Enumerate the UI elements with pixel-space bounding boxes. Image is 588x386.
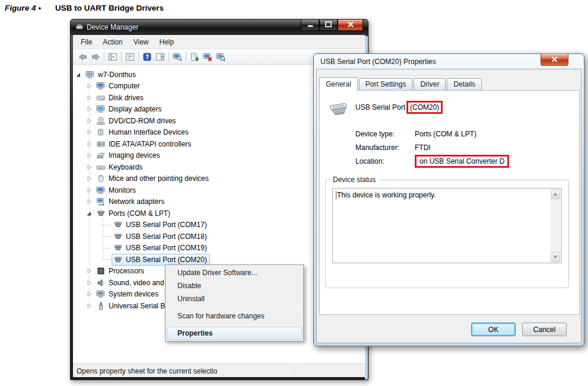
uninstall-icon: [203, 52, 212, 62]
tree-item-label: Ports (COM & LPT): [109, 209, 170, 218]
expander-collapsed-icon[interactable]: [86, 176, 92, 181]
tree-item-label: System devices: [109, 290, 158, 298]
expander-expanded-icon[interactable]: [75, 72, 81, 78]
dialog-close-button[interactable]: [541, 54, 568, 66]
toolbar-help-button[interactable]: ?: [141, 50, 154, 63]
device-status-label: Device status: [330, 176, 378, 184]
tree-item-label: Imaging devices: [109, 151, 160, 159]
expander-collapsed-icon[interactable]: [86, 118, 92, 124]
tree-item-label: Network adapters: [109, 197, 164, 206]
monitor-icon: [96, 186, 106, 195]
serial-port-icon: [113, 220, 123, 229]
computer-search-icon: [173, 52, 182, 62]
expander-collapsed-icon[interactable]: [86, 268, 92, 274]
device-manager-title: Device Manager: [87, 23, 138, 31]
expander-collapsed-icon[interactable]: [86, 83, 92, 89]
properties-pane-icon: [125, 52, 135, 62]
context-menu-item-uninstall[interactable]: Uninstall: [167, 292, 302, 305]
field-location: Location:on USB Serial Converter D: [355, 155, 509, 168]
menu-file[interactable]: File: [75, 36, 97, 49]
device-manager-titlebar[interactable]: Device Manager: [71, 20, 368, 35]
cancel-button[interactable]: Cancel: [522, 323, 567, 336]
tree-branch-connector: [103, 248, 111, 248]
dialog-title: USB Serial Port (COM20) Properties: [320, 58, 436, 66]
tree-item-label: Display adapters: [109, 105, 161, 113]
toolbar-scan-hardware-button[interactable]: [214, 50, 227, 63]
context-menu: Update Driver Software...DisableUninstal…: [165, 264, 304, 342]
forward-arrow-icon: [91, 52, 101, 62]
tab-general[interactable]: General: [319, 77, 358, 91]
toolbar-back-arrow-button[interactable]: [76, 50, 89, 63]
scroll-down-button[interactable]: [551, 252, 560, 262]
expander-collapsed-icon[interactable]: [86, 291, 92, 297]
help-icon: ?: [142, 52, 152, 62]
maximize-button[interactable]: [319, 20, 338, 31]
minimize-button[interactable]: [301, 20, 319, 31]
action-pane-icon: [155, 52, 165, 62]
properties-dialog: USB Serial Port (COM20) Properties Gener…: [313, 53, 584, 346]
expander-expanded-icon[interactable]: [86, 210, 92, 216]
tab-port-settings[interactable]: Port Settings: [359, 78, 413, 90]
annotation-box-location: on USB Serial Converter D: [415, 155, 509, 168]
ok-button[interactable]: OK: [471, 323, 516, 336]
expander-collapsed-icon[interactable]: [86, 152, 92, 158]
expander-collapsed-icon[interactable]: [86, 141, 92, 147]
tree-item-label: Keyboards: [109, 163, 142, 171]
tab-panel-general: USB Serial Port (COM20) Device type:Port…: [319, 90, 580, 315]
context-menu-item-scan-for-hardware-changes[interactable]: Scan for hardware changes: [167, 310, 302, 323]
expander-collapsed-icon[interactable]: [86, 129, 92, 135]
toolbar-update-driver-button[interactable]: [188, 50, 201, 63]
scan-hardware-icon: [216, 52, 225, 62]
serial-port-icon: [113, 255, 123, 264]
toolbar-separator: [169, 52, 169, 62]
toolbar-properties-pane-button[interactable]: [123, 50, 136, 63]
menu-view[interactable]: View: [128, 36, 154, 49]
expander-collapsed-icon[interactable]: [86, 106, 92, 112]
context-menu-item-update-driver-software[interactable]: Update Driver Software...: [167, 266, 302, 279]
tab-details[interactable]: Details: [447, 78, 482, 90]
toolbar-console-tree-button[interactable]: [106, 50, 119, 63]
expander-collapsed-icon[interactable]: [86, 95, 92, 101]
toolbar-computer-search-button[interactable]: [171, 50, 184, 63]
context-menu-item-disable[interactable]: Disable: [167, 279, 302, 292]
tree-item-label: IDE ATA/ATAPI controllers: [109, 140, 191, 148]
device-manager-icon: [75, 23, 84, 31]
menu-help[interactable]: Help: [154, 36, 180, 49]
disk-drive-icon: [96, 93, 106, 103]
dialog-tabs: GeneralPort SettingsDriverDetails: [319, 76, 483, 90]
dm-menu-bar: FileActionViewHelp: [73, 35, 365, 49]
close-icon: [347, 21, 354, 29]
tree-item-label: USB Serial Port (COM18): [126, 232, 207, 241]
device-status-text: This device is working properly.: [336, 191, 436, 199]
context-menu-separator: [174, 324, 301, 325]
toolbar-uninstall-button[interactable]: [201, 50, 214, 63]
expander-collapsed-icon[interactable]: [86, 164, 92, 170]
tree-branch-connector: [103, 225, 111, 225]
tree-item-label: Human Interface Devices: [109, 128, 189, 136]
toolbar-action-pane-button[interactable]: [154, 50, 167, 63]
figure-caption: Figure 4 •USB to UART Bridge Drivers: [5, 4, 164, 12]
tab-driver[interactable]: Driver: [414, 78, 446, 90]
expander-collapsed-icon[interactable]: [86, 280, 92, 286]
expander-collapsed-icon[interactable]: [86, 199, 92, 205]
serial-port-icon: [113, 243, 123, 253]
computer-root-icon: [85, 70, 95, 79]
expander-collapsed-icon[interactable]: [86, 303, 92, 309]
toolbar-forward-arrow-button[interactable]: [89, 50, 102, 63]
context-menu-item-properties[interactable]: Properties: [167, 327, 302, 340]
console-tree-icon: [108, 52, 117, 62]
tree-item-label: Processors: [109, 267, 144, 275]
figure-title: USB to UART Bridge Drivers: [55, 4, 164, 12]
scrollbar[interactable]: [551, 189, 561, 262]
processor-icon: [96, 266, 106, 276]
device-status-textbox[interactable]: This device is working properly.: [332, 188, 562, 263]
menu-action[interactable]: Action: [97, 36, 128, 49]
close-button[interactable]: [338, 20, 363, 31]
expander-collapsed-icon[interactable]: [86, 187, 92, 193]
dialog-body: GeneralPort SettingsDriverDetails USB Se…: [316, 69, 581, 343]
hid-device-icon: [96, 127, 106, 137]
computer-icon: [96, 81, 106, 91]
scroll-up-button[interactable]: [551, 189, 560, 199]
dvd-drive-icon: [96, 116, 106, 126]
toolbar-separator: [138, 52, 139, 62]
